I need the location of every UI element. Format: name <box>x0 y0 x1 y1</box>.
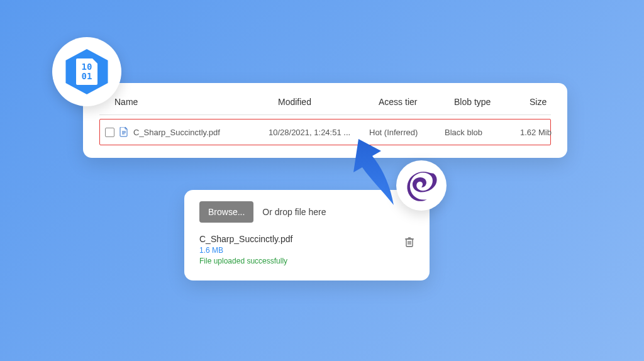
browse-button[interactable]: Browse... <box>199 201 253 223</box>
document-icon: 10 01 <box>76 58 97 85</box>
row-name: C_Sharp_Succinctly.pdf <box>133 128 220 137</box>
hexagon-icon: 10 01 <box>62 47 111 96</box>
bits-top: 10 <box>82 62 92 72</box>
row-blob-type: Black blob <box>445 128 514 137</box>
header-blob-type: Blob type <box>454 97 523 107</box>
uploaded-file-row: C_Sharp_Succinctly.pdf 1.6 MB File uploa… <box>199 234 414 265</box>
row-access-tier: Hot (Inferred) <box>369 128 438 137</box>
azure-blob-logo: 10 01 <box>52 37 121 106</box>
file-icon <box>119 127 128 137</box>
blob-table-card: Name Modified Acess tier Blob type Size … <box>83 83 567 158</box>
header-access-tier: Acess tier <box>379 97 448 107</box>
table-row[interactable]: C_Sharp_Succinctly.pdf 10/28/2021, 1:24:… <box>99 119 551 145</box>
file-name: C_Sharp_Succinctly.pdf <box>199 234 292 244</box>
row-size: 1.62 Mib <box>520 128 570 137</box>
name-cell: C_Sharp_Succinctly.pdf <box>105 127 262 137</box>
row-checkbox[interactable] <box>105 128 114 137</box>
trash-icon[interactable] <box>404 236 414 248</box>
bits-bottom: 01 <box>82 72 92 81</box>
blazor-logo <box>396 160 447 211</box>
table-header: Name Modified Acess tier Blob type Size <box>99 92 551 115</box>
file-status: File uploaded successfully <box>199 257 292 265</box>
header-modified: Modified <box>278 97 372 107</box>
blazor-icon <box>404 168 439 203</box>
drop-hint: Or drop file here <box>262 207 326 217</box>
header-size: Size <box>530 97 580 107</box>
header-name: Name <box>114 97 272 107</box>
file-info: C_Sharp_Succinctly.pdf 1.6 MB File uploa… <box>199 234 292 265</box>
file-size: 1.6 MB <box>199 246 292 255</box>
row-modified: 10/28/2021, 1:24:51 ... <box>269 128 363 137</box>
